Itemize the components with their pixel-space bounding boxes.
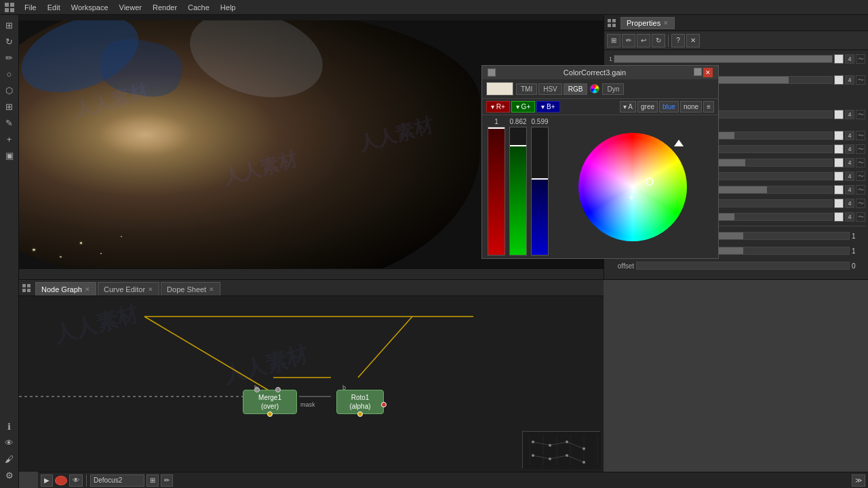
sidebar-eye-icon[interactable]: 👁: [2, 435, 17, 450]
sidebar-settings-icon[interactable]: ⚙: [2, 468, 17, 483]
none-channel-btn[interactable]: none: [680, 101, 702, 113]
g-slider-col: 0.862: [509, 118, 527, 256]
r9-num: 4: [845, 199, 854, 208]
menu-render[interactable]: Render: [147, 2, 182, 13]
color-circle-icon[interactable]: [590, 84, 599, 94]
r6-white-box: [834, 158, 844, 167]
sidebar-add-icon[interactable]: +: [2, 131, 17, 146]
menu-help[interactable]: Help: [215, 2, 241, 13]
tab-properties[interactable]: Properties ✕: [620, 17, 675, 29]
props-tab-close[interactable]: ✕: [663, 20, 669, 26]
sidebar-pencil-icon[interactable]: ✎: [2, 115, 17, 130]
props-tool2[interactable]: ✏: [622, 34, 635, 47]
props-tool5[interactable]: ?: [671, 34, 685, 47]
mode-rgb[interactable]: RGB: [564, 83, 588, 95]
dyn-button[interactable]: Dyn: [602, 83, 624, 95]
props-tool4[interactable]: ↻: [652, 34, 665, 47]
merge1-b-connector[interactable]: [275, 387, 281, 392]
color-panel-titlebar[interactable]: ColorCorrect3.gain ✕: [482, 66, 718, 79]
b-track[interactable]: [531, 127, 549, 256]
sidebar-info-icon[interactable]: ℹ: [2, 419, 17, 434]
color-swatch[interactable]: [486, 82, 513, 96]
tab-dope-sheet-close[interactable]: ✕: [209, 286, 214, 293]
props-tool3[interactable]: ↩: [637, 34, 650, 47]
b-label-node: b: [254, 384, 258, 391]
g-channel-btn[interactable]: ▾ G+: [511, 101, 535, 113]
r10-wave: 〜: [856, 212, 865, 222]
roto1-side-connector[interactable]: [381, 402, 387, 407]
panel-expand-btn[interactable]: [694, 68, 702, 76]
mode-tmi[interactable]: TMI: [516, 83, 537, 95]
g-track[interactable]: [509, 127, 527, 256]
svg-rect-16: [27, 289, 31, 292]
mode-hsv[interactable]: HSV: [538, 83, 562, 95]
sidebar-cube-icon[interactable]: ▣: [2, 148, 17, 163]
svg-rect-23: [523, 432, 601, 469]
gamma-value: 1: [852, 232, 865, 240]
node-name-input[interactable]: [90, 474, 144, 487]
a-channel-btn[interactable]: ▾ A: [620, 101, 636, 113]
bottom-play-btn[interactable]: ▶: [41, 474, 53, 487]
node-roto1[interactable]: Roto1(alpha): [336, 390, 384, 414]
sidebar-circle-icon[interactable]: ○: [2, 66, 17, 81]
color-wheel[interactable]: +: [578, 133, 687, 241]
menu-edit[interactable]: Edit: [42, 2, 66, 13]
city-light2: [60, 256, 62, 258]
earth-surface: [19, 20, 480, 268]
extra-channel-btn[interactable]: ≡: [703, 101, 714, 113]
props-tab-bar: Properties ✕: [604, 15, 868, 31]
bottom-eye-btn[interactable]: 👁: [69, 474, 83, 487]
wheel-plus: +: [629, 192, 634, 203]
green-channel-btn[interactable]: gree: [637, 101, 658, 113]
blue-channel-btn[interactable]: blue: [659, 101, 679, 113]
menu-workspace[interactable]: Workspace: [66, 2, 114, 13]
offset-slider[interactable]: [636, 262, 850, 270]
r4-num: 4: [845, 131, 854, 140]
merge1-out-connector[interactable]: [267, 411, 273, 417]
b-channel-btn[interactable]: ▾ B+: [536, 101, 559, 113]
row1-num: 4: [845, 54, 854, 64]
bottom-sep1: [86, 474, 87, 487]
sidebar-grid-icon[interactable]: ⊞: [2, 99, 17, 114]
bottom-btn1[interactable]: ⊞: [146, 474, 159, 487]
tab-dope-sheet[interactable]: Dope Sheet ✕: [161, 282, 220, 296]
rgb-sliders-area: 1 0.862: [482, 115, 718, 258]
menu-viewer[interactable]: Viewer: [114, 2, 147, 13]
bottom-record-btn[interactable]: [55, 476, 67, 485]
row1-slider[interactable]: [614, 55, 833, 63]
sidebar-hexagon-icon[interactable]: ⬡: [2, 83, 17, 98]
row3-num-btn: 4: [845, 110, 854, 119]
menu-file[interactable]: File: [19, 2, 42, 13]
row1-white-box: [834, 54, 844, 64]
node-merge1[interactable]: Merge1(over): [243, 390, 297, 414]
offset-label: offset: [607, 262, 634, 270]
panel-minimize-btn[interactable]: [488, 68, 496, 77]
sidebar-viewer-icon[interactable]: ⊞: [2, 18, 17, 33]
bottom-panels: Node Graph ✕ Curve Editor ✕ Dope Sheet ✕: [19, 279, 868, 488]
menu-cache[interactable]: Cache: [182, 2, 215, 13]
tab-node-graph-close[interactable]: ✕: [85, 286, 90, 293]
svg-rect-13: [22, 284, 26, 287]
bottom-btn2[interactable]: ✏: [161, 474, 173, 487]
city-light4: [100, 253, 102, 254]
g-thumb: [510, 145, 526, 146]
bottom-right-btn[interactable]: ≫: [852, 474, 865, 487]
svg-rect-15: [22, 289, 26, 292]
roto1-out-connector[interactable]: [357, 411, 363, 417]
color-panel-close-btn[interactable]: ✕: [703, 68, 713, 77]
g-value-label: 0.862: [509, 118, 526, 125]
tab-curve-editor-close[interactable]: ✕: [148, 286, 153, 293]
b-fill: [532, 178, 548, 255]
r-track[interactable]: [488, 127, 505, 256]
node-watermark1: 人人素材: [50, 299, 142, 350]
sidebar-transform-icon[interactable]: ↻: [2, 34, 17, 49]
tab-node-graph[interactable]: Node Graph ✕: [35, 282, 96, 296]
node-canvas[interactable]: 人人素材 人人素材: [19, 296, 604, 472]
sidebar-brush-icon[interactable]: 🖌: [2, 451, 17, 466]
r-channel-btn[interactable]: ▾ R+: [486, 101, 510, 113]
r5-wave: 〜: [856, 144, 865, 154]
sidebar-paint-icon[interactable]: ✏: [2, 50, 17, 65]
tab-curve-editor[interactable]: Curve Editor ✕: [98, 282, 159, 296]
props-tool6[interactable]: ✕: [686, 34, 700, 47]
props-tool1[interactable]: ⊞: [607, 34, 620, 47]
